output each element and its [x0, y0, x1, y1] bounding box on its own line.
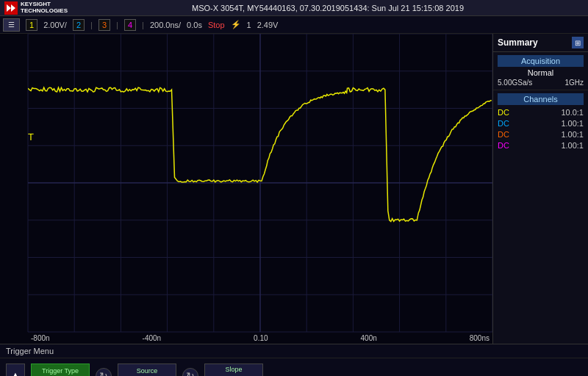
- trigger-source-button[interactable]: Source 1: [118, 364, 176, 376]
- channel-4-row: DC 1.00:1: [498, 141, 584, 150]
- slope-cycle-button[interactable]: ↻: [182, 368, 198, 376]
- acquisition-section: Acquisition Normal 5.00GSa/s 1GHz: [493, 52, 588, 90]
- logo: KEYSIGHT TECHNOLOGIES: [4, 1, 68, 15]
- channels-list: DC 10.0:1 DC 1.00:1 DC 1.00:1 DC 1.00:1: [498, 108, 584, 150]
- scope-title: MSO-X 3054T, MY54440163, 07.30.201905143…: [72, 4, 584, 12]
- ch3-ratio: 1.00:1: [561, 130, 584, 139]
- trigger-slope-button[interactable]: Slope ↑: [204, 364, 263, 376]
- x-axis-label: 400n: [361, 334, 377, 342]
- trigger-slope-group: Slope ↑: [204, 364, 263, 376]
- summary-title: Summary: [498, 37, 538, 48]
- source-cycle-button[interactable]: ↻: [96, 368, 112, 376]
- delay[interactable]: 0.0s: [187, 21, 202, 29]
- ch4-coupling: DC: [498, 141, 515, 150]
- ch1-coupling: DC: [498, 108, 515, 117]
- trig-level: 2.49V: [257, 21, 279, 29]
- trigger-slope-label: Slope: [225, 366, 242, 373]
- x-axis-label: 800ns: [470, 334, 490, 342]
- run-status[interactable]: Stop: [208, 21, 225, 29]
- x-axis-label: 0.10: [254, 334, 268, 342]
- summary-header: Summary ⊞: [493, 34, 588, 52]
- trigger-source-label: Source: [137, 367, 158, 375]
- ch2-indicator[interactable]: 2: [73, 19, 85, 31]
- ch3-indicator[interactable]: 3: [98, 19, 110, 31]
- toolbar: ☰ 1 2.00V/ 2 | 3 | 4 | 200.0ns/ 0.0s Sto…: [0, 16, 588, 34]
- trigger-icon: ⚡: [231, 20, 241, 29]
- logo-text: KEYSIGHT TECHNOLOGIES: [21, 1, 68, 15]
- keysight-logo-icon: [4, 1, 18, 15]
- acquisition-mode: Normal: [498, 68, 584, 77]
- separator-1: |: [90, 21, 93, 29]
- bandwidth: 1GHz: [564, 79, 584, 87]
- ch2-ratio: 1.00:1: [561, 119, 584, 128]
- ch1-ratio: 10.0:1: [561, 108, 584, 117]
- trig-ch: 1: [247, 21, 251, 29]
- ch4-ratio: 1.00:1: [561, 141, 584, 150]
- trigger-type-group: Trigger Type Edge: [31, 364, 90, 376]
- acquisition-rate: 5.00GSa/s 1GHz: [498, 79, 584, 87]
- ch3-coupling: DC: [498, 130, 515, 139]
- trigger-type-button[interactable]: Trigger Type Edge: [31, 364, 90, 376]
- right-panel: Summary ⊞ Acquisition Normal 5.00GSa/s 1…: [492, 34, 588, 344]
- ch2-coupling: DC: [498, 119, 515, 128]
- volts-div: 2.00V/: [43, 21, 67, 29]
- timebase[interactable]: 200.0ns/: [150, 21, 181, 29]
- trigger-back-button[interactable]: ▲: [6, 364, 25, 376]
- scope-display[interactable]: 8.00V6.004.002.000.0-2.00-4.00-6.00-8.00…: [0, 34, 492, 344]
- x-axis-label: -800n: [31, 334, 50, 342]
- channel-2-row: DC 1.00:1: [498, 119, 584, 128]
- channels-label: Channels: [498, 93, 584, 105]
- separator-3: |: [142, 21, 144, 29]
- x-axis-labels: -800n-400n0.10400n800ns: [28, 334, 492, 342]
- trigger-bar: Trigger Menu ▲ Trigger Type Edge ↻ Sourc…: [0, 344, 588, 376]
- acquisition-label: Acquisition: [498, 55, 584, 67]
- trigger-source-group: Source 1: [118, 364, 176, 376]
- sample-rate: 5.00GSa/s: [498, 79, 532, 87]
- trigger-marker: T: [28, 131, 34, 141]
- slope-icon: ↑: [231, 373, 237, 376]
- top-bar: KEYSIGHT TECHNOLOGIES MSO-X 3054T, MY544…: [0, 0, 588, 16]
- ch4-indicator[interactable]: 4: [124, 19, 136, 31]
- channels-section: Channels DC 10.0:1 DC 1.00:1 DC 1.00:1 D…: [493, 90, 588, 344]
- separator-2: |: [116, 21, 118, 29]
- x-axis-label: -400n: [143, 334, 162, 342]
- channel-3-row: DC 1.00:1: [498, 130, 584, 139]
- menu-button[interactable]: ☰: [3, 18, 20, 32]
- waveform-display: [28, 34, 492, 332]
- trigger-menu-label: Trigger Menu: [0, 344, 588, 358]
- channel-1-row: DC 10.0:1: [498, 108, 584, 117]
- trigger-controls: ▲ Trigger Type Edge ↻ Source 1 ↻ Slope ↑: [0, 358, 588, 376]
- summary-grid-icon[interactable]: ⊞: [572, 37, 584, 48]
- ch1-indicator[interactable]: 1: [26, 19, 37, 31]
- main-area: 8.00V6.004.002.000.0-2.00-4.00-6.00-8.00…: [0, 34, 588, 344]
- trigger-type-label: Trigger Type: [42, 367, 79, 375]
